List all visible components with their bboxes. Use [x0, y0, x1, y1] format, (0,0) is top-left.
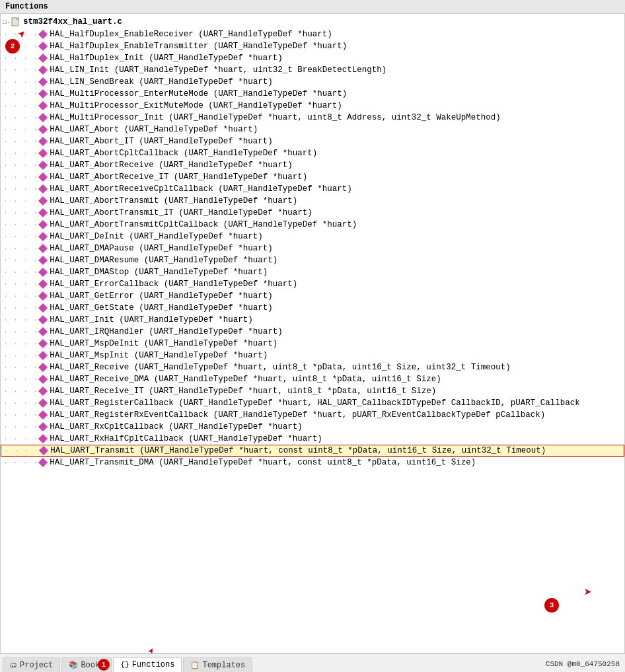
tree-line: · · · ·: [3, 233, 38, 241]
tab-functions[interactable]: {} Functions: [113, 657, 182, 672]
list-item[interactable]: · · · · HAL_UART_Abort (UART_HandleTypeD…: [1, 124, 624, 135]
function-name: HAL_HalfDuplex_EnableTransmitter (UART_H…: [50, 42, 347, 51]
function-name: HAL_MultiProcessor_ExitMuteMode (UART_Ha…: [50, 101, 342, 110]
function-name: HAL_UART_AbortReceive_IT (UART_HandleTyp…: [50, 172, 307, 182]
tree-line: · · · ·: [3, 316, 38, 324]
tree-line: · · · ·: [3, 304, 38, 312]
list-item[interactable]: · · · · HAL_UART_DMAResume (UART_HandleT…: [1, 254, 624, 266]
list-item[interactable]: · · · · HAL_UART_Receive (UART_HandleTyp…: [1, 361, 624, 373]
tree-line: · · · ·: [3, 375, 38, 383]
tab-templates-label: Templates: [202, 661, 245, 670]
tree-line: · · · ·: [3, 328, 38, 336]
list-item[interactable]: · · · · HAL_LIN_SendBreak (UART_HandleTy…: [1, 76, 624, 88]
list-item[interactable]: · · · · HAL_UART_Receive_DMA (UART_Handl…: [1, 373, 624, 385]
list-item[interactable]: · · · · HAL_UART_AbortTransmit_IT (UART_…: [1, 207, 624, 219]
function-icon: [38, 434, 48, 443]
tree-line: · · · ·: [3, 66, 38, 74]
list-item[interactable]: · · · · HAL_UART_RxHalfCpltCallback (UAR…: [1, 433, 624, 445]
function-name: HAL_UART_DMAResume (UART_HandleTypeDef *…: [50, 256, 277, 265]
function-icon: [38, 351, 48, 360]
function-icon: [38, 327, 48, 336]
list-item[interactable]: · · · · HAL_UART_RxCpltCallback (UART_Ha…: [1, 421, 624, 433]
function-icon: [38, 232, 48, 241]
function-icon: [38, 339, 48, 348]
tree-line: · · · ·: [3, 126, 38, 133]
list-item[interactable]: · · · · HAL_MultiProcessor_EnterMuteMode…: [1, 88, 624, 100]
list-item[interactable]: · · · · HAL_UART_AbortTransmit (UART_Han…: [1, 195, 624, 207]
list-item[interactable]: · · · · HAL_UART_Init (UART_HandleTypeDe…: [1, 314, 624, 326]
function-list: · · · · HAL_HalfDuplex_EnableReceiver (U…: [1, 28, 624, 468]
list-item[interactable]: · · · · HAL_UART_RegisterCallback (UART_…: [1, 397, 624, 409]
function-icon: [38, 77, 48, 87]
tab-functions-label: Functions: [132, 660, 175, 669]
list-item[interactable]: · · · · HAL_UART_AbortReceive_IT (UART_H…: [1, 171, 624, 183]
list-item[interactable]: · · · · HAL_UART_ErrorCallback (UART_Han…: [1, 278, 624, 290]
template-icon: 📋: [190, 661, 200, 669]
function-icon: [38, 89, 48, 98]
function-name: HAL_UART_RxCpltCallback (UART_HandleType…: [50, 422, 303, 431]
list-item[interactable]: · · · · HAL_UART_DeInit (UART_HandleType…: [1, 231, 624, 243]
function-name: HAL_UART_MspInit (UART_HandleTypeDef *hu…: [50, 351, 268, 360]
list-item[interactable]: · · · · HAL_HalfDuplex_EnableReceiver (U…: [1, 28, 624, 40]
function-name: HAL_UART_AbortReceiveCpltCallback (UART_…: [50, 184, 352, 194]
list-item[interactable]: · · · · HAL_UART_AbortCpltCallback (UART…: [1, 147, 624, 159]
list-item[interactable]: · · · · HAL_UART_Transmit_DMA (UART_Hand…: [1, 457, 624, 468]
badge-1: 1: [98, 659, 110, 671]
tree-line: · · · ·: [3, 209, 38, 217]
function-name: HAL_UART_RegisterRxEventCallback (UART_H…: [50, 410, 545, 420]
tree-line: · · · ·: [3, 435, 38, 443]
tree-line: · · · ·: [3, 78, 38, 86]
function-icon: [38, 220, 48, 229]
function-name: HAL_UART_Receive_IT (UART_HandleTypeDef …: [50, 387, 436, 396]
list-item[interactable]: · · · · HAL_LIN_Init (UART_HandleTypeDef…: [1, 64, 624, 76]
file-row[interactable]: □- stm32f4xx_hal_uart.c: [1, 15, 624, 28]
function-icon: [38, 375, 48, 384]
file-name: stm32f4xx_hal_uart.c: [23, 17, 122, 26]
list-item[interactable]: · · · · HAL_UART_AbortReceive (UART_Hand…: [1, 159, 624, 171]
function-icon: [38, 65, 48, 75]
panel-title: Functions: [5, 2, 48, 11]
list-item[interactable]: · · · · HAL_UART_AbortReceiveCpltCallbac…: [1, 183, 624, 195]
tree-line: · · · ·: [3, 256, 38, 264]
function-name: HAL_UART_ErrorCallback (UART_HandleTypeD…: [50, 280, 297, 289]
function-name: HAL_UART_Abort_IT (UART_HandleTypeDef *h…: [50, 137, 273, 146]
function-name: HAL_MultiProcessor_Init (UART_HandleType…: [50, 113, 501, 122]
tree-container[interactable]: □- stm32f4xx_hal_uart.c · · · · HAL_Half…: [0, 14, 625, 653]
function-icon: [38, 268, 48, 277]
list-item[interactable]: · · · · HAL_MultiProcessor_ExitMuteMode …: [1, 100, 624, 112]
list-item[interactable]: · · · · HAL_UART_GetState (UART_HandleTy…: [1, 302, 624, 314]
list-item[interactable]: · · · · HAL_UART_DMAStop (UART_HandleTyp…: [1, 266, 624, 278]
list-item[interactable]: · · · · HAL_UART_MspInit (UART_HandleTyp…: [1, 350, 624, 361]
tree-line: · · · ·: [3, 244, 38, 252]
function-icon: [38, 101, 48, 110]
function-icon: [38, 422, 48, 431]
list-item[interactable]: · · · · HAL_UART_AbortTransmitCpltCallba…: [1, 219, 624, 231]
function-icon: [38, 137, 48, 146]
main-container: 2 ➤ □- stm32f4xx_hal_uart.c · · · · HAL_…: [0, 14, 625, 672]
arrow-3-icon: ➤: [584, 584, 592, 601]
tree-line: · · · ·: [3, 173, 38, 181]
tab-templates[interactable]: 📋 Templates: [183, 657, 252, 672]
function-icon: [38, 291, 48, 301]
badge-2: 2: [5, 39, 20, 54]
panel-header: Functions: [0, 0, 625, 14]
tree-line: · · · ·: [3, 411, 38, 419]
list-item[interactable]: · · · · HAL_HalfDuplex_EnableTransmitter…: [1, 40, 624, 52]
list-item[interactable]: · · · · HAL_UART_DMAPause (UART_HandleTy…: [1, 243, 624, 254]
list-item[interactable]: · · · · HAL_UART_MspDeInit (UART_HandleT…: [1, 338, 624, 350]
list-item[interactable]: · · · · HAL_UART_Receive_IT (UART_Handle…: [1, 385, 624, 397]
list-item[interactable]: · · · · HAL_MultiProcessor_Init (UART_Ha…: [1, 112, 624, 124]
function-icon: [38, 196, 48, 205]
tree-line: · · · ·: [3, 221, 38, 229]
list-item[interactable]: · · · · HAL_UART_RegisterRxEventCallback…: [1, 409, 624, 421]
list-item[interactable]: · · · · HAL_UART_GetError (UART_HandleTy…: [1, 290, 624, 302]
list-item[interactable]: · · · · HAL_HalfDuplex_Init (UART_Handle…: [1, 52, 624, 64]
tab-project[interactable]: 🗂 Project: [3, 657, 60, 672]
tree-line: · · · ·: [3, 387, 38, 395]
function-icon: [38, 458, 48, 467]
list-item[interactable]: · · · · HAL_UART_IRQHandler (UART_Handle…: [1, 326, 624, 338]
list-item[interactable]: · · · · HAL_UART_Transmit (UART_HandleTy…: [1, 445, 624, 457]
expand-icon: □-: [2, 17, 11, 26]
function-icon: [38, 54, 48, 63]
list-item[interactable]: · · · · HAL_UART_Abort_IT (UART_HandleTy…: [1, 135, 624, 147]
